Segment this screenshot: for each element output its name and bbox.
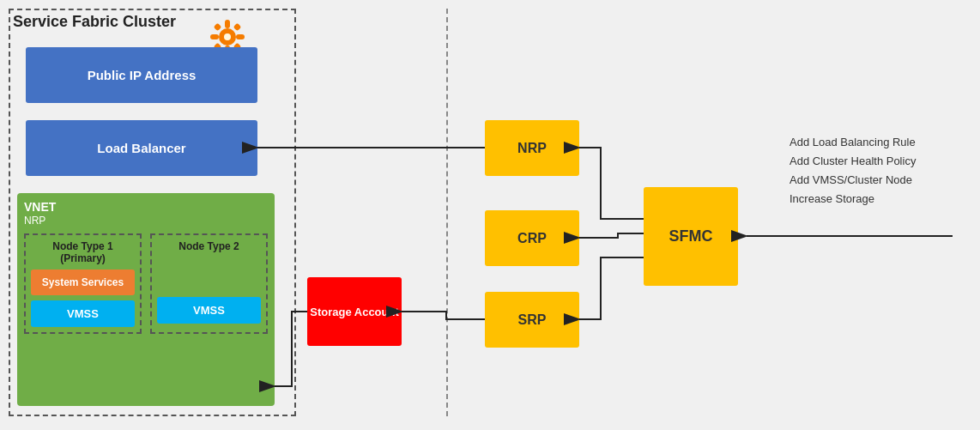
sf-cluster-title: Service Fabric Cluster (13, 13, 176, 31)
svg-rect-5 (236, 34, 245, 39)
vnet-box: VNET NRP Node Type 1 (Primary) System Se… (17, 193, 275, 406)
vnet-title: VNET (24, 200, 268, 215)
diagram-container: Service Fabric Cluster Public IP Address (0, 0, 980, 430)
node-type-2-box: Node Type 2 VMSS (150, 233, 268, 334)
vmss-box-1: VMSS (31, 300, 135, 327)
side-text-line2: Add Cluster Health Policy (789, 152, 916, 171)
side-text-line3: Add VMSS/Cluster Node (789, 171, 916, 190)
svg-rect-6 (214, 23, 222, 32)
vnet-subtitle: NRP (24, 215, 268, 227)
srp-box: SRP (485, 292, 579, 348)
vmss-box-2: VMSS (157, 297, 261, 324)
sfmc-box: SFMC (644, 187, 738, 286)
side-text-line4: Increase Storage (789, 190, 916, 209)
side-text: Add Load Balancing Rule Add Cluster Heal… (789, 133, 916, 209)
node-type-1-box: Node Type 1 (Primary) System Services VM… (24, 233, 142, 334)
node-types-row: Node Type 1 (Primary) System Services VM… (24, 233, 268, 334)
load-balancer-box: Load Balancer (26, 120, 257, 176)
storage-account-box: Storage Account (307, 277, 402, 346)
svg-point-11 (224, 33, 231, 40)
crp-box: CRP (485, 210, 579, 266)
side-text-line1: Add Load Balancing Rule (789, 133, 916, 152)
system-services-box: System Services (31, 270, 135, 295)
public-ip-box: Public IP Address (26, 47, 257, 103)
node-type-1-title: Node Type 1 (Primary) (31, 240, 135, 264)
divider-vertical (446, 9, 448, 416)
svg-rect-4 (210, 34, 219, 39)
svg-rect-7 (233, 23, 242, 32)
node-type-2-title: Node Type 2 (157, 240, 261, 252)
nrp-box: NRP (485, 120, 579, 176)
svg-rect-2 (225, 20, 230, 28)
